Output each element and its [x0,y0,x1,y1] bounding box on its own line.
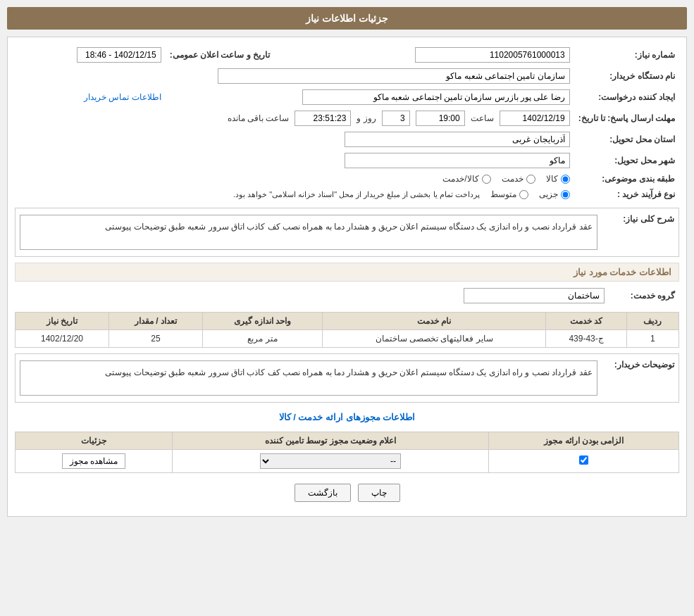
creator-input[interactable] [302,89,570,105]
page-header: جزئیات اطلاعات نیاز [7,7,687,30]
col-date: تاریخ نیاز [16,313,109,330]
header-title: جزئیات اطلاعات نیاز [306,13,388,24]
action-buttons: چاپ بازگشت [15,484,679,509]
general-description-box: عقد قرارداد نصب و راه اندازی یک دستگاه س… [20,215,597,250]
response-days-input[interactable] [382,111,410,126]
province-label: استان محل تحویل: [574,129,679,150]
col-unit: واحد اندازه گیری [202,313,322,330]
need-number-input[interactable] [415,47,570,63]
response-counter-input[interactable] [295,111,351,126]
creator-label: ایجاد کننده درخواست: [574,87,679,108]
services-section-title: اطلاعات خدمات مورد نیاز [15,263,679,282]
perm-details-cell: مشاهده مجوز [16,450,173,473]
view-permit-button[interactable]: مشاهده مجوز [62,453,125,469]
general-desc-label: شرح کلی نیاز: [602,208,679,257]
days-label: روز و [357,113,376,123]
perm-status-select[interactable]: -- [260,453,401,469]
time-label: ساعت [471,113,494,123]
response-time-input[interactable] [416,111,465,126]
print-button[interactable]: چاپ [358,484,400,502]
perm-col-required: الزامی بودن ارائه مجوز [489,432,679,450]
perm-required-checkbox[interactable] [579,455,588,465]
date-time-label: تاریخ و ساعت اعلان عمومی: [166,44,274,65]
process-motavasset[interactable]: متوسط [490,189,528,199]
col-quantity: تعداد / مقدار [109,313,202,330]
category-khedmat[interactable]: خدمت [502,174,535,184]
permissions-title: اطلاعات مجوزهای ارائه خدمت / کالا [15,408,679,426]
col-row: ردیف [626,313,678,330]
service-group-input[interactable] [464,288,605,303]
buyer-notes-text: عقد قرارداد نصب و راه اندازی یک دستگاه س… [105,367,592,377]
cell-name: سایر فعالیتهای تخصصی ساختمان [322,330,545,348]
category-label: طبقه بندی موضوعی: [574,171,679,187]
buyer-name-label: نام دستگاه خریدار: [574,65,679,87]
process-label: نوع فرآیند خرید : [574,187,679,202]
category-kala-khedmat[interactable]: کالا/خدمت [442,174,490,184]
perm-required-cell [489,450,679,473]
return-button[interactable]: بازگشت [295,484,351,502]
services-table: ردیف کد خدمت نام خدمت واحد اندازه گیری ت… [15,312,679,348]
process-note: پرداخت تمام یا بخشی از مبلغ خریدار از مح… [233,190,480,199]
buyer-name-input[interactable] [218,68,570,84]
need-number-label: شماره نیاز: [574,44,679,65]
cell-code: ج-43-439 [546,330,627,348]
col-code: کد خدمت [546,313,627,330]
perm-col-status: اعلام وضعیت مجوز توسط تامین کننده [172,432,489,450]
response-deadline-label: مهلت ارسال پاسخ: تا تاریخ: [574,108,679,129]
cell-unit: متر مربع [202,330,322,348]
permissions-row: -- مشاهده مجوز [16,450,679,473]
cell-row: 1 [626,330,678,348]
buyer-notes-label: توضیحات خریدار: [602,354,679,403]
table-row: 1 ج-43-439 سایر فعالیتهای تخصصی ساختمان … [16,330,679,348]
date-time-input[interactable] [77,47,161,63]
buyer-notes-box: عقد قرارداد نصب و راه اندازی یک دستگاه س… [20,360,597,396]
category-kala[interactable]: کالا [546,174,570,184]
contact-link[interactable]: اطلاعات تماس خریدار [84,92,161,102]
city-input[interactable] [345,153,570,168]
perm-col-details: جزئیات [16,432,173,450]
hours-label: ساعت باقی مانده [228,113,290,123]
city-label: شهر محل تحویل: [574,150,679,171]
province-input[interactable] [345,132,570,147]
service-group-label: گروه خدمت: [609,285,679,306]
col-name: نام خدمت [322,313,545,330]
cell-date: 1402/12/20 [16,330,109,348]
process-jozii[interactable]: جزیی [539,189,570,199]
perm-status-cell: -- [172,450,489,473]
response-date-input[interactable] [500,111,570,126]
permissions-table: الزامی بودن ارائه مجوز اعلام وضعیت مجوز … [15,432,679,473]
general-description-text: عقد قرارداد نصب و راه اندازی یک دستگاه س… [105,222,592,232]
cell-quantity: 25 [109,330,202,348]
